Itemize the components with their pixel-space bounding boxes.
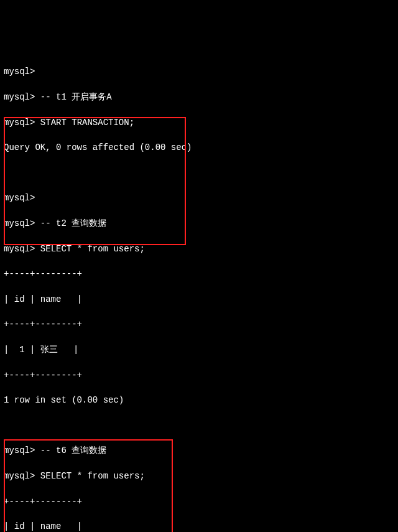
t2-sql-line: mysql> SELECT * from users; — [4, 243, 394, 255]
prompt: mysql> — [4, 446, 35, 455]
sql-comment: -- t2 查询数据 — [40, 218, 106, 228]
t6-sql-line: mysql> SELECT * from users; — [4, 470, 394, 482]
sql-statement: START TRANSACTION; — [40, 118, 134, 128]
sql-comment: -- t1 开启事务A — [40, 92, 112, 102]
table-row: | 1 | 张三 | — [4, 343, 394, 356]
prompt: mysql> — [4, 92, 35, 102]
t1-sql-line: mysql> START TRANSACTION; — [4, 116, 394, 129]
t2-footer-line: 1 row in set (0.00 sec) — [4, 394, 394, 406]
sql-statement: SELECT * from users; — [40, 244, 145, 254]
table-border: +----+--------+ — [4, 268, 394, 280]
prompt: mysql> — [4, 118, 35, 128]
prompt: mysql> — [4, 244, 35, 254]
prompt: mysql> — [4, 218, 35, 228]
t1-comment-line: mysql> -- t1 开启事务A — [4, 91, 394, 103]
table-header: | id | name | — [4, 293, 394, 306]
prompt: mysql> — [4, 67, 35, 77]
t6-comment-line: mysql> -- t6 查询数据 — [4, 444, 394, 457]
prompt-line: mysql> — [4, 65, 394, 78]
table-border: +----+--------+ — [4, 318, 394, 330]
table-border: +----+--------+ — [4, 495, 394, 508]
blank-line — [4, 419, 394, 432]
blank-line — [4, 167, 394, 179]
sql-comment: -- t6 查询数据 — [40, 446, 106, 455]
prompt: mysql> — [4, 471, 35, 481]
terminal: mysql> mysql> -- t1 开启事务A mysql> START T… — [4, 53, 394, 532]
t1-result-line: Query OK, 0 rows affected (0.00 sec) — [4, 141, 394, 154]
table-border: +----+--------+ — [4, 369, 394, 381]
prompt: mysql> — [4, 193, 35, 203]
sql-statement: SELECT * from users; — [40, 471, 145, 481]
prompt-line: mysql> — [4, 192, 394, 204]
table-header: | id | name | — [4, 520, 394, 532]
t2-comment-line: mysql> -- t2 查询数据 — [4, 217, 394, 230]
